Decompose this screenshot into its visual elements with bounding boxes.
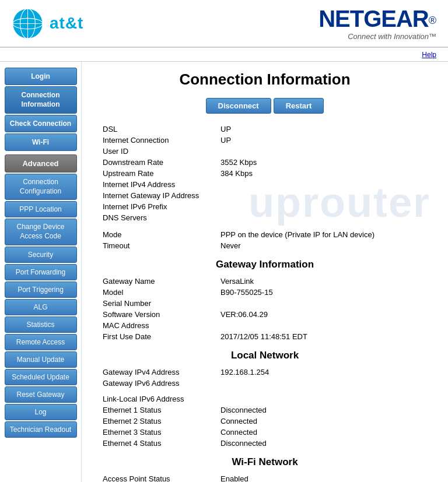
wifi-table: Access Point StatusEnabled Network Name … xyxy=(99,473,430,482)
label: MAC Address xyxy=(100,321,217,330)
table-row: Ethernet 2 StatusConnected xyxy=(100,416,429,426)
value xyxy=(218,298,429,308)
connection-info-section: DSLUP Internet ConnectionUP User ID Down… xyxy=(99,123,430,252)
sidebar-item-remote-access[interactable]: Remote Access xyxy=(5,334,77,350)
label: Gateway IPv4 Address xyxy=(100,367,217,377)
label: Downstream Rate xyxy=(100,157,217,167)
table-row: Gateway NameVersaLink xyxy=(100,276,429,286)
label: Software Version xyxy=(100,309,217,319)
att-brand-text: at&t xyxy=(50,14,83,33)
sidebar-item-ppp-location[interactable]: PPP Location xyxy=(5,201,77,217)
restart-button[interactable]: Restart xyxy=(274,98,324,114)
table-row: Ethernet 3 StatusConnected xyxy=(100,427,429,437)
value: PPP on the device (Private IP for LAN de… xyxy=(218,230,429,240)
sidebar-item-alg[interactable]: ALG xyxy=(5,299,77,315)
value: Enabled xyxy=(218,474,429,482)
label: Link-Local IPv6 Address xyxy=(100,394,217,404)
table-row: DNS Servers xyxy=(100,213,429,223)
sidebar-item-scheduled-update[interactable]: Scheduled Update xyxy=(5,369,77,385)
label: First Use Date xyxy=(100,332,217,342)
sidebar-item-port-forwarding[interactable]: Port Forwarding xyxy=(5,264,77,280)
label: Ethernet 1 Status xyxy=(100,405,217,415)
label: Model xyxy=(100,287,217,297)
label: Mode xyxy=(100,230,217,240)
label: Serial Number xyxy=(100,298,217,308)
table-row: Software VersionVER:06.04.29 xyxy=(100,309,429,319)
value: VersaLink xyxy=(218,276,429,286)
table-row: Ethernet 1 StatusDisconnected xyxy=(100,405,429,415)
value: Never xyxy=(218,241,429,251)
value: 192.168.1.254 xyxy=(218,367,429,377)
table-row xyxy=(100,224,429,228)
value: 384 Kbps xyxy=(218,168,429,178)
label: Gateway Name xyxy=(100,276,217,286)
table-row: Link-Local IPv6 Address xyxy=(100,394,429,404)
label: Gateway IPv6 Address xyxy=(100,378,217,388)
gateway-section-title: Gateway Information xyxy=(99,259,430,270)
value xyxy=(218,146,429,156)
sidebar-item-wifi[interactable]: Wi-Fi xyxy=(5,133,77,151)
sidebar-item-connection-info[interactable]: Connection Information xyxy=(5,86,77,114)
table-row: ModelB90-755025-15 xyxy=(100,287,429,297)
sidebar-item-manual-update[interactable]: Manual Update xyxy=(5,351,77,368)
sidebar-item-login[interactable]: Login xyxy=(5,68,77,85)
label: Upstream Rate xyxy=(100,168,217,178)
gateway-info-section: Gateway Information Gateway NameVersaLin… xyxy=(99,259,430,343)
sidebar-item-statistics[interactable]: Statistics xyxy=(5,316,77,333)
sidebar-item-reset-gateway[interactable]: Reset Gateway xyxy=(5,386,77,403)
help-bar: Help xyxy=(0,48,448,62)
table-row xyxy=(100,389,429,393)
wifi-section-title: Wi-Fi Network xyxy=(99,456,430,468)
table-row: Internet Gateway IP Address xyxy=(100,191,429,200)
sidebar-item-change-device-access-code[interactable]: Change DeviceAccess Code xyxy=(5,219,77,245)
action-buttons: Disconnect Restart xyxy=(99,98,430,114)
table-row: Downstream Rate3552 Kbps xyxy=(100,157,429,167)
netgear-brand-text: NETGEAR xyxy=(318,6,429,31)
gateway-info-table: Gateway NameVersaLink ModelB90-755025-15… xyxy=(99,275,430,343)
help-link[interactable]: Help xyxy=(422,51,436,59)
table-row: Gateway IPv6 Address xyxy=(100,378,429,388)
value xyxy=(218,213,429,223)
sidebar-item-check-connection[interactable]: Check Connection xyxy=(5,115,77,132)
label: DSL xyxy=(100,124,217,134)
label: Internet IPv6 Prefix xyxy=(100,202,217,212)
sidebar-item-security[interactable]: Security xyxy=(5,247,77,263)
netgear-reg-symbol: ® xyxy=(429,15,436,26)
sidebar-section-advanced[interactable]: Advanced xyxy=(5,154,77,173)
table-row: DSLUP xyxy=(100,124,429,134)
label: DNS Servers xyxy=(100,213,217,223)
netgear-logo: NETGEAR® Connect with Innovation™ xyxy=(318,6,436,41)
sidebar-item-log[interactable]: Log xyxy=(5,404,77,420)
value: Disconnected xyxy=(218,438,429,448)
page-title: Connection Information xyxy=(99,71,430,89)
connection-info-table: DSLUP Internet ConnectionUP User ID Down… xyxy=(99,123,430,252)
table-row: TimeoutNever xyxy=(100,241,429,251)
table-row: User ID xyxy=(100,146,429,156)
table-row: Ethernet 4 StatusDisconnected xyxy=(100,438,429,448)
value: 2017/12/05 11:48:51 EDT xyxy=(218,332,429,342)
value: VER:06.04.29 xyxy=(218,309,429,319)
value: 3552 Kbps xyxy=(218,157,429,167)
value xyxy=(218,378,429,388)
wifi-network-section: Wi-Fi Network Access Point StatusEnabled… xyxy=(99,456,430,482)
value: UP xyxy=(218,124,429,134)
disconnect-button[interactable]: Disconnect xyxy=(206,98,271,114)
layout: Login Connection Information Check Conne… xyxy=(0,62,448,482)
sidebar-item-port-triggering[interactable]: Port Triggering xyxy=(5,282,77,298)
value: Connected xyxy=(218,416,429,426)
sidebar-item-technician-readout[interactable]: Technician Readout xyxy=(5,421,77,438)
value xyxy=(218,394,429,404)
sidebar-item-connection-configuration[interactable]: ConnectionConfiguration xyxy=(5,174,77,200)
table-row: First Use Date2017/12/05 11:48:51 EDT xyxy=(100,332,429,342)
table-row: Internet IPv6 Prefix xyxy=(100,202,429,212)
label: Internet Connection xyxy=(100,135,217,145)
value xyxy=(218,180,429,189)
table-row: Gateway IPv4 Address192.168.1.254 xyxy=(100,367,429,377)
label: Access Point Status xyxy=(100,474,217,482)
label: Internet IPv4 Address xyxy=(100,180,217,189)
main-content: uprouter Connection Information Disconne… xyxy=(82,62,448,482)
value xyxy=(218,202,429,212)
table-row: Upstream Rate384 Kbps xyxy=(100,168,429,178)
table-row: Access Point StatusEnabled xyxy=(100,474,429,482)
value: Disconnected xyxy=(218,405,429,415)
